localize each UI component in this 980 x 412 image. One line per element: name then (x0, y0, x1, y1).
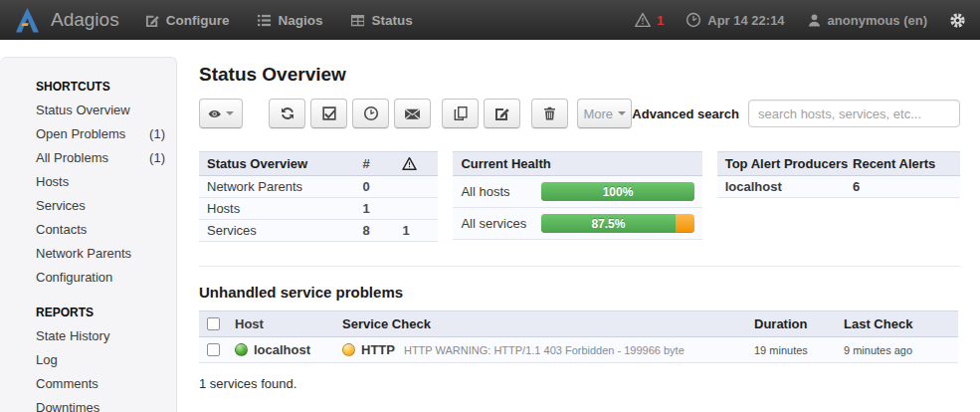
duration-column-header: Duration (754, 316, 844, 331)
warning-column-header (402, 156, 430, 171)
host-ok-status-icon (235, 343, 248, 356)
health-row-hosts: All hosts 100% (453, 176, 701, 208)
clock-icon (363, 105, 379, 121)
sidebar-item-services[interactable]: Services (36, 194, 165, 218)
recent-alerts-column-header: Recent Alerts (853, 156, 952, 171)
copy-button[interactable] (442, 99, 479, 128)
table-row[interactable]: localhost 6 (717, 176, 960, 198)
sidebar-item-hosts[interactable]: Hosts (36, 170, 165, 194)
sidebar-item-contacts[interactable]: Contacts (36, 218, 165, 242)
sidebar-item-all-problems[interactable]: All Problems(1) (36, 146, 165, 170)
item-count: (1) (149, 122, 165, 146)
edit-icon (145, 13, 160, 28)
sidebar-item-comments[interactable]: Comments (36, 372, 165, 396)
nav-item-label: Nagios (278, 13, 322, 28)
navbar-user[interactable]: anonymous (en) (807, 13, 927, 28)
producers-column-header: Top Alert Producers (725, 156, 853, 171)
navbar-right: 1 Apr 14 22:14 anonymous (en) (635, 12, 966, 29)
warning-icon (402, 156, 417, 171)
summary-panels: Status Overview # Network Parents 0 Host… (199, 151, 960, 242)
refresh-icon (280, 105, 295, 121)
more-label: More (583, 106, 613, 121)
delete-button[interactable] (531, 99, 568, 128)
sidebar-item-status-overview[interactable]: Status Overview (36, 99, 165, 122)
table-row[interactable]: localhost HTTP HTTP WARNING: HTTP/1.1 40… (199, 337, 958, 363)
status-panel-title: Status Overview (207, 156, 362, 171)
item-count: (1) (149, 146, 165, 170)
acknowledge-button[interactable] (310, 99, 347, 128)
eye-icon (208, 105, 221, 122)
sidebar-item-downtimes[interactable]: Downtimes (36, 396, 165, 412)
copy-icon (453, 105, 469, 121)
send-email-button[interactable] (394, 99, 431, 128)
nav-item-configure[interactable]: Configure (145, 13, 230, 28)
services-health-bar-fill: 87.5% (541, 214, 675, 233)
navbar-menu: Configure Nagios Status (145, 13, 413, 28)
health-panel-title: Current Health (461, 156, 550, 171)
sidebar-item-configuration[interactable]: Configuration (36, 266, 165, 290)
edit-button[interactable] (484, 99, 520, 128)
service-name[interactable]: HTTP (361, 342, 395, 357)
section-divider (199, 266, 960, 267)
username-label: anonymous (en) (828, 13, 927, 28)
problems-section-title: Unhandled service problems (199, 284, 960, 301)
services-health-bar[interactable]: 87.5% (541, 214, 693, 233)
chevron-down-icon (226, 111, 234, 115)
search-input[interactable] (748, 100, 960, 127)
page-title: Status Overview (199, 64, 960, 86)
row-checkbox[interactable] (207, 343, 220, 356)
adagios-logo-icon[interactable] (14, 7, 41, 34)
count-column-header: # (362, 156, 402, 171)
navbar-alerts[interactable]: 1 (635, 12, 664, 28)
table-row[interactable]: Network Parents 0 (199, 176, 438, 198)
service-column-header: Service Check (342, 316, 754, 331)
schedule-downtime-button[interactable] (352, 99, 389, 128)
navbar-datetime[interactable]: Apr 14 22:14 (686, 12, 784, 28)
advanced-search: Advanced search (632, 100, 960, 127)
nav-item-nagios[interactable]: Nagios (257, 13, 322, 28)
sidebar-item-log[interactable]: Log (36, 348, 165, 372)
alert-count: 1 (657, 13, 664, 28)
view-filter-dropdown-button[interactable] (199, 99, 243, 128)
gear-icon (949, 12, 966, 29)
advanced-search-label: Advanced search (632, 106, 739, 121)
last-check-column-header: Last Check (844, 316, 950, 331)
chevron-down-icon (618, 111, 626, 115)
health-row-services: All services 87.5% (453, 208, 701, 240)
top-navbar: Adagios Configure Nagios Status 1 Apr (0, 0, 980, 40)
main-content: Status Overview (199, 40, 960, 391)
nav-item-label: Status (371, 13, 412, 28)
datetime-label: Apr 14 22:14 (707, 13, 784, 28)
sidebar-item-state-history[interactable]: State History (36, 324, 165, 348)
brand-title[interactable]: Adagios (51, 9, 119, 31)
problem-duration: 19 minutes (754, 344, 844, 356)
adagios-status-page: Adagios Configure Nagios Status 1 Apr (0, 0, 980, 412)
list-icon (257, 13, 272, 28)
sidebar-item-open-problems[interactable]: Open Problems(1) (36, 122, 165, 146)
refresh-button[interactable] (269, 99, 305, 128)
producer-alert-count: 6 (853, 179, 952, 194)
warning-icon (635, 12, 651, 28)
host-name[interactable]: localhost (254, 342, 310, 357)
nav-item-status[interactable]: Status (350, 13, 412, 28)
sidebar-item-network-parents[interactable]: Network Parents (36, 242, 165, 266)
top-alert-producers-panel: Top Alert Producers Recent Alerts localh… (717, 151, 960, 198)
envelope-icon (404, 105, 421, 122)
settings-button[interactable] (949, 12, 966, 29)
sidebar-heading-reports: REPORTS (36, 306, 176, 319)
sidebar: SHORTCUTS Status Overview Open Problems(… (0, 57, 177, 412)
host-column-header: Host (235, 316, 342, 331)
trash-icon (542, 105, 557, 121)
service-status-message: HTTP WARNING: HTTP/1.1 403 Forbidden - 1… (404, 344, 685, 356)
problems-table-header: Host Service Check Duration Last Check (199, 310, 958, 337)
problem-last-check: 9 minutes ago (844, 344, 950, 356)
hosts-health-bar[interactable]: 100% (541, 182, 693, 201)
table-row[interactable]: Hosts 1 (199, 198, 438, 220)
select-all-checkbox[interactable] (207, 317, 220, 330)
table-row[interactable]: Services 8 1 (199, 220, 438, 242)
more-dropdown-button[interactable]: More (577, 99, 632, 128)
checkbox-check-icon (321, 105, 337, 121)
producer-host: localhost (725, 179, 853, 194)
hosts-health-bar-fill: 100% (541, 182, 693, 201)
current-health-panel: Current Health All hosts 100% All servic… (453, 151, 701, 240)
